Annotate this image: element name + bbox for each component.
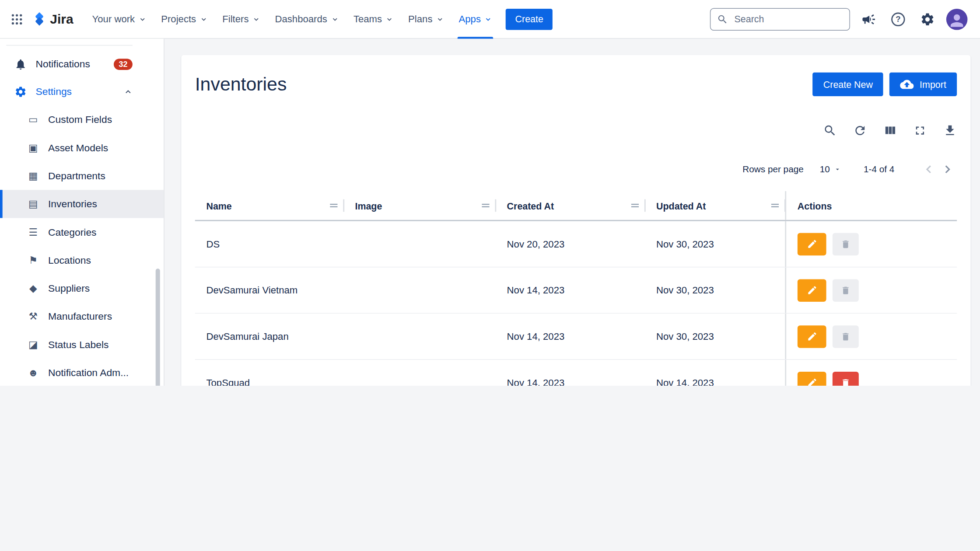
nav-item-projects[interactable]: Projects [154, 0, 215, 39]
trash-icon [840, 285, 850, 295]
create-button[interactable]: Create [506, 8, 553, 30]
columns-icon [883, 124, 897, 137]
departments-icon: ▦ [26, 170, 40, 182]
sidebar-item-suppliers[interactable]: ◆ Suppliers [0, 274, 164, 302]
chevron-right-icon [941, 162, 954, 176]
sidebar-item-label: Categories [48, 227, 133, 238]
sidebar-item-inventories[interactable]: ▤ Inventories [0, 190, 164, 218]
sidebar-item-asset-models[interactable]: ▣ Asset Models [0, 134, 164, 162]
manufacturers-icon: ⚒ [26, 310, 40, 322]
sidebar-scrollbar[interactable] [156, 269, 160, 386]
chevron-left-icon [922, 162, 935, 176]
pencil-icon [807, 285, 817, 295]
settings-button[interactable] [916, 8, 938, 30]
chevron-up-icon [124, 87, 133, 96]
fullscreen-icon [913, 124, 927, 137]
nav-item-label: Plans [408, 14, 432, 25]
announcements-button[interactable] [858, 8, 880, 30]
cell-updated-at: Nov 30, 2023 [645, 238, 785, 250]
edit-button[interactable] [798, 371, 826, 386]
nav-item-plans[interactable]: Plans [401, 0, 451, 39]
nav-item-label: Filters [222, 14, 248, 25]
settings-label: Settings [35, 86, 116, 98]
rows-per-page-select[interactable]: 10 [816, 164, 845, 175]
cell-created-at: Nov 14, 2023 [496, 331, 645, 342]
app-switcher-button[interactable] [6, 8, 28, 30]
delete-button[interactable] [833, 325, 859, 348]
sidebar: Notifications 32 Settings ▭ Custom Field… [0, 39, 164, 386]
table-header: Name Image Created At [195, 191, 957, 221]
drag-handle-icon[interactable] [329, 201, 339, 210]
cloud-upload-icon [900, 77, 914, 91]
edit-button[interactable] [798, 279, 826, 301]
cell-name: DevSamurai Vietnam [195, 285, 344, 296]
prev-page-button[interactable] [919, 160, 938, 179]
cell-updated-at: Nov 14, 2023 [645, 377, 785, 386]
caret-down-icon [833, 166, 841, 173]
settings-gear-icon [14, 86, 27, 98]
sidebar-item-custom-fields[interactable]: ▭ Custom Fields [0, 105, 164, 133]
sidebar-item-label: Notification Adm... [48, 367, 133, 378]
notification-admins-icon: ☻ [26, 367, 40, 378]
columns-button[interactable] [883, 124, 897, 137]
sidebar-item-locations[interactable]: ⚑ Locations [0, 246, 164, 274]
custom-fields-icon: ▭ [26, 114, 40, 126]
nav-item-label: Dashboards [275, 14, 327, 25]
delete-button[interactable] [833, 233, 859, 255]
sidebar-item-settings[interactable]: Settings [0, 78, 164, 106]
sidebar-item-categories[interactable]: ☰ Categories [0, 218, 164, 246]
edit-button[interactable] [798, 233, 826, 255]
sidebar-item-notifications[interactable]: Notifications 32 [0, 51, 164, 78]
nav-item-your-work[interactable]: Your work [84, 0, 154, 39]
sidebar-item-label: Locations [48, 255, 133, 266]
search-icon [717, 14, 728, 25]
refresh-button[interactable] [853, 124, 867, 137]
bell-icon [14, 58, 27, 71]
delete-button[interactable] [833, 371, 859, 386]
cell-updated-at: Nov 30, 2023 [645, 285, 785, 296]
global-search [710, 8, 850, 30]
cell-created-at: Nov 20, 2023 [496, 238, 645, 250]
table-row: DS Nov 20, 2023 Nov 30, 2023 [195, 221, 957, 268]
nav-item-filters[interactable]: Filters [215, 0, 267, 39]
delete-button[interactable] [833, 279, 859, 301]
import-button[interactable]: Import [890, 73, 957, 96]
table-row: DevSamurai Japan Nov 14, 2023 Nov 30, 20… [195, 314, 957, 360]
next-page-button[interactable] [938, 160, 957, 179]
app-grid-icon [10, 12, 24, 26]
trash-icon [840, 331, 850, 342]
drag-handle-icon[interactable] [481, 201, 491, 210]
sidebar-item-label: Departments [48, 170, 133, 181]
sidebar-item-departments[interactable]: ▦ Departments [0, 162, 164, 190]
jira-brand[interactable]: Jira [31, 11, 73, 27]
jira-logo-icon [31, 11, 47, 27]
drag-handle-icon[interactable] [630, 201, 640, 210]
pencil-icon [807, 377, 817, 386]
sidebar-item-notification-admins[interactable]: ☻ Notification Adm... [0, 359, 164, 386]
chevron-down-icon [331, 16, 338, 23]
categories-icon: ☰ [26, 226, 40, 238]
main-nav: Your work Projects Filters [84, 0, 499, 38]
sidebar-item-status-labels[interactable]: ◪ Status Labels [0, 331, 164, 359]
cell-created-at: Nov 14, 2023 [496, 377, 645, 386]
fullscreen-button[interactable] [913, 124, 927, 137]
table-search-button[interactable] [823, 124, 836, 137]
cell-name: TopSquad [195, 377, 344, 386]
nav-item-apps[interactable]: Apps [451, 0, 499, 39]
create-new-button[interactable]: Create New [813, 73, 884, 96]
pencil-icon [807, 239, 817, 249]
search-input[interactable] [733, 13, 843, 25]
sidebar-item-label: Suppliers [48, 282, 133, 294]
avatar[interactable] [946, 8, 968, 30]
notifications-label: Notifications [35, 59, 105, 70]
sidebar-divider [6, 45, 133, 45]
nav-item-teams[interactable]: Teams [346, 0, 401, 39]
download-button[interactable] [943, 124, 957, 137]
sidebar-item-manufacturers[interactable]: ⚒ Manufacturers [0, 302, 164, 330]
edit-button[interactable] [798, 325, 826, 348]
nav-item-dashboards[interactable]: Dashboards [267, 0, 346, 39]
megaphone-icon [861, 11, 876, 26]
locations-icon: ⚑ [26, 254, 40, 266]
drag-handle-icon[interactable] [770, 201, 780, 210]
help-button[interactable]: ? [888, 8, 909, 30]
